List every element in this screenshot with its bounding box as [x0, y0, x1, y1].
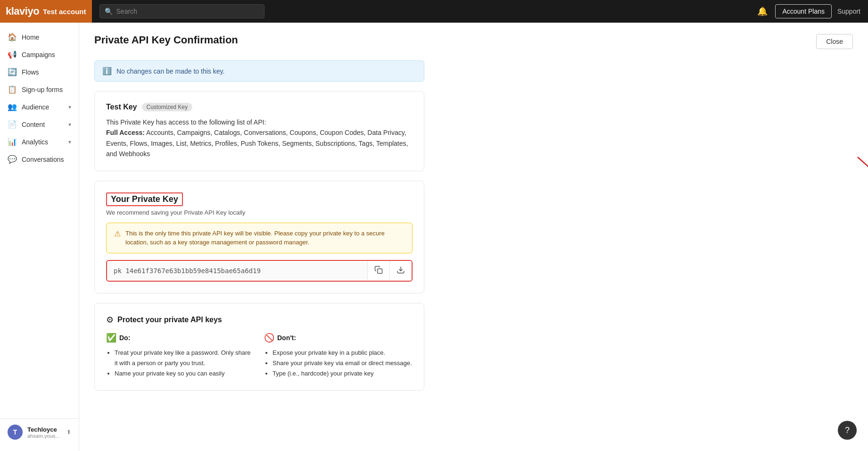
protect-card: ⚙ Protect your private API keys ✅ Do: Tr…	[94, 303, 424, 391]
sidebar-item-label: Audience	[22, 103, 49, 111]
sidebar-item-flows[interactable]: 🔄 Flows	[0, 63, 79, 81]
search-bar[interactable]: 🔍	[99, 4, 265, 18]
protect-title: Protect your private API keys	[117, 316, 222, 324]
account-plans-button[interactable]: Account Plans	[775, 4, 832, 18]
help-button[interactable]: ?	[838, 421, 857, 440]
list-item: Share your private key via email or dire…	[273, 358, 413, 368]
account-name: Test account	[43, 8, 86, 16]
do-label: Do:	[119, 334, 130, 342]
signup-forms-icon: 📋	[8, 85, 17, 94]
user-profile[interactable]: T Techloyce ahsam.yousaf... ⬆	[0, 418, 79, 445]
sidebar-item-analytics[interactable]: 📊 Analytics ▾	[0, 133, 79, 150]
notifications-button[interactable]: 🔔	[755, 4, 769, 18]
conversations-icon: 💬	[8, 155, 17, 164]
user-email: ahsam.yousaf...	[27, 433, 62, 439]
sidebar-item-label: Content	[22, 121, 45, 128]
dont-label: Don't:	[277, 334, 296, 342]
search-icon: 🔍	[105, 8, 113, 15]
info-icon: ℹ️	[102, 67, 112, 75]
chevron-down-icon: ▾	[68, 121, 71, 128]
user-info: Techloyce ahsam.yousaf...	[27, 426, 62, 439]
sidebar-item-signup-forms[interactable]: 📋 Sign-up forms	[0, 81, 79, 98]
sidebar-item-label: Conversations	[22, 156, 64, 163]
private-key-title: Your Private Key	[106, 192, 183, 206]
support-button[interactable]: Support	[837, 8, 860, 15]
list-item: Treat your private key like a password. …	[115, 348, 255, 368]
page-title: Private API Key Confirmation	[94, 34, 238, 46]
access-list: Accounts, Campaigns, Catalogs, Conversat…	[106, 129, 408, 158]
sidebar-item-label: Campaigns	[22, 51, 55, 58]
do-list: Treat your private key like a password. …	[106, 348, 255, 379]
flows-icon: 🔄	[8, 67, 17, 76]
key-input-row	[106, 260, 413, 282]
protect-icon: ⚙	[106, 315, 114, 325]
layout: 🏠 Home 📢 Campaigns 🔄 Flows 📋 Sign-up for…	[0, 23, 868, 451]
do-column: ✅ Do: Treat your private key like a pass…	[106, 333, 255, 379]
private-key-subtitle: We recommend saving your Private API Key…	[106, 209, 413, 216]
list-item: Type (i.e., hardcode) your private key	[273, 368, 413, 379]
protect-title-row: ⚙ Protect your private API keys	[106, 315, 413, 325]
info-banner: ℹ️ No changes can be made to this key.	[94, 60, 424, 82]
customized-key-badge: Customized Key	[142, 103, 192, 111]
download-key-button[interactable]	[389, 261, 412, 281]
warning-icon: ⚠	[114, 229, 121, 238]
warning-banner: ⚠ This is the only time this private API…	[106, 223, 413, 253]
block-icon: 🚫	[264, 333, 274, 343]
chevron-down-icon: ▾	[68, 139, 71, 145]
access-label: Full Access:	[106, 129, 145, 136]
test-key-card: Test Key Customized Key This Private Key…	[94, 91, 424, 171]
analytics-icon: 📊	[8, 137, 17, 146]
sidebar-item-conversations[interactable]: 💬 Conversations	[0, 150, 79, 168]
dont-list: Expose your private key in a public plac…	[264, 348, 413, 379]
sidebar: 🏠 Home 📢 Campaigns 🔄 Flows 📋 Sign-up for…	[0, 23, 79, 451]
search-input[interactable]	[116, 8, 259, 15]
private-key-card: Your Private Key We recommend saving you…	[94, 181, 424, 293]
dont-column: 🚫 Don't: Expose your private key in a pu…	[264, 333, 413, 379]
do-title: ✅ Do:	[106, 333, 255, 343]
logo-area[interactable]: klaviyo Test account	[0, 0, 92, 23]
svg-rect-0	[378, 268, 382, 273]
info-banner-text: No changes can be made to this key.	[116, 67, 224, 75]
check-icon: ✅	[106, 333, 116, 343]
audience-icon: 👥	[8, 102, 17, 111]
nav-right: 🔔 Account Plans Support	[755, 4, 860, 18]
content-icon: 📄	[8, 120, 17, 129]
test-key-title: Test Key	[106, 103, 137, 111]
list-item: Expose your private key in a public plac…	[273, 348, 413, 358]
protect-grid: ✅ Do: Treat your private key like a pass…	[106, 333, 413, 379]
page-header: Private API Key Confirmation Close	[94, 34, 853, 49]
card-title-row: Test Key Customized Key	[106, 103, 413, 111]
sidebar-item-content[interactable]: 📄 Content ▾	[0, 116, 79, 133]
home-icon: 🏠	[8, 33, 17, 42]
sidebar-item-label: Home	[22, 33, 39, 41]
sidebar-item-label: Sign-up forms	[22, 86, 63, 93]
main-content: Private API Key Confirmation Close ℹ️ No…	[79, 23, 868, 451]
warning-text: This is the only time this private API k…	[125, 229, 405, 247]
sidebar-item-label: Analytics	[22, 138, 48, 146]
api-key-input[interactable]	[107, 262, 367, 279]
dont-title: 🚫 Don't:	[264, 333, 413, 343]
sidebar-item-audience[interactable]: 👥 Audience ▾	[0, 98, 79, 116]
private-key-section: Your Private Key We recommend saving you…	[94, 181, 853, 293]
top-navigation: klaviyo Test account 🔍 🔔 Account Plans S…	[0, 0, 868, 23]
sidebar-item-label: Flows	[22, 68, 39, 76]
test-key-intro: This Private Key has access to the follo…	[106, 118, 266, 126]
user-name: Techloyce	[27, 426, 62, 433]
svg-line-3	[858, 157, 868, 195]
campaigns-icon: 📢	[8, 50, 17, 59]
sidebar-item-campaigns[interactable]: 📢 Campaigns	[0, 46, 79, 63]
chevron-down-icon: ▾	[68, 104, 71, 110]
close-button[interactable]: Close	[816, 34, 853, 49]
copy-key-button[interactable]	[367, 261, 389, 281]
expand-icon: ⬆	[66, 429, 71, 435]
avatar: T	[8, 425, 23, 440]
list-item: Name your private key so you can easily	[115, 368, 255, 379]
logo: klaviyo	[6, 5, 39, 17]
annotation-arrow	[843, 152, 868, 209]
sidebar-item-home[interactable]: 🏠 Home	[0, 28, 79, 46]
test-key-body: This Private Key has access to the follo…	[106, 117, 413, 159]
